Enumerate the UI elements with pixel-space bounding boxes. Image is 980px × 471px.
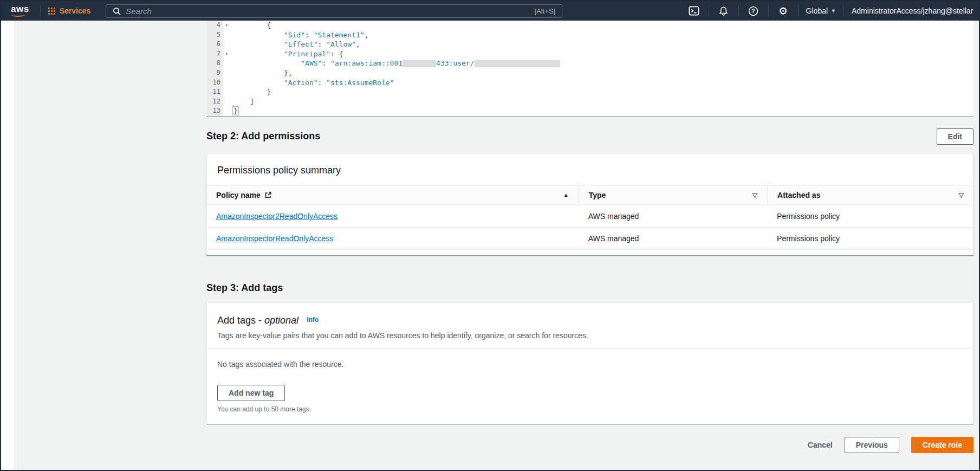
services-grid-icon <box>48 8 55 15</box>
services-menu-button[interactable]: Services <box>48 7 91 15</box>
topbar: aws Services [Alt+S] ? ⚙ Global ▼ Admini… <box>1 1 979 21</box>
info-link[interactable]: Info <box>307 316 319 324</box>
region-selector[interactable]: Global ▼ <box>806 7 836 15</box>
fold-gutter <box>223 30 230 40</box>
sort-ascending-icon[interactable]: ▲ <box>563 192 569 198</box>
code-line[interactable]: 10 "Action": "sts:AssumeRole" <box>206 78 973 88</box>
fold-gutter <box>223 97 230 107</box>
code-text: "AWS": "arn:aws:iam::001433:user/ <box>230 59 560 68</box>
line-number: 8 <box>206 59 223 68</box>
code-text: } <box>230 87 271 97</box>
main-content: 4▾ {5 "Sid": "Statement1",6 "Effect": "A… <box>206 21 973 453</box>
permissions-summary-card: Permissions policy summary Policy name ▲… <box>206 153 973 255</box>
add-tags-card-header: Add tags - optional Info Tags are key-va… <box>206 303 973 349</box>
topbar-divider <box>768 5 769 16</box>
notifications-button[interactable] <box>717 6 731 16</box>
policy-name-column-label: Policy name <box>216 191 261 199</box>
topbar-divider <box>40 5 41 16</box>
line-number: 4 <box>206 21 223 30</box>
add-new-tag-button[interactable]: Add new tag <box>217 385 285 401</box>
code-line[interactable]: 13} <box>206 106 973 116</box>
fold-gutter <box>223 78 230 88</box>
step3-title: Step 3: Add tags <box>206 282 973 294</box>
fold-caret-icon[interactable]: ▾ <box>223 21 230 30</box>
code-line[interactable]: 9 }, <box>206 68 973 78</box>
code-text: { <box>230 21 271 30</box>
line-number: 13 <box>206 106 223 116</box>
step2-title: Step 2: Add permissions <box>206 131 320 142</box>
search-shortcut-hint: [Alt+S] <box>535 7 556 15</box>
code-line[interactable]: 4▾ { <box>206 21 973 30</box>
table-row: AmazonInspectorReadOnlyAccess AWS manage… <box>206 228 973 250</box>
add-tags-title: Add tags - optional Info <box>217 315 963 326</box>
aws-logo[interactable]: aws <box>10 4 33 18</box>
policy-table-header: Policy name ▲ Type ▽ Attached as ▽ <box>206 185 973 205</box>
settings-button[interactable]: ⚙ <box>776 6 790 16</box>
fold-gutter <box>223 106 230 116</box>
line-number: 9 <box>206 68 223 78</box>
code-text: } <box>230 106 239 116</box>
aws-console-page: { "topbar": { "logo_text": "aws", "servi… <box>0 0 980 471</box>
bell-icon <box>718 6 729 16</box>
cloudshell-button[interactable] <box>687 6 701 16</box>
fold-caret-icon[interactable]: ▾ <box>223 49 230 59</box>
add-tags-card: Add tags - optional Info Tags are key-va… <box>206 302 973 424</box>
account-menu[interactable]: AdministratorAccess/jzhang@stellar <box>852 7 979 15</box>
add-tags-description: Tags are key-value pairs that you can ad… <box>217 331 963 340</box>
fold-gutter <box>223 40 230 49</box>
column-header-attached-as[interactable]: Attached as ▽ <box>767 185 973 205</box>
code-line[interactable]: 8 "AWS": "arn:aws:iam::001433:user/ <box>206 59 973 68</box>
table-row: AmazonInspector2ReadOnlyAccess AWS manag… <box>206 205 973 228</box>
collapsed-side-panel <box>1 21 15 470</box>
line-number: 7 <box>206 49 223 59</box>
external-link-icon <box>264 191 272 199</box>
code-line[interactable]: 12 ] <box>206 97 973 107</box>
edit-permissions-button[interactable]: Edit <box>937 128 973 145</box>
code-text: }, <box>230 68 293 78</box>
code-text: "Principal": { <box>230 49 343 59</box>
line-number: 11 <box>206 87 223 97</box>
filter-icon[interactable]: ▽ <box>959 191 964 199</box>
code-line[interactable]: 5 "Sid": "Statement1", <box>206 30 973 40</box>
permissions-card-title: Permissions policy summary <box>206 154 973 185</box>
cloudshell-terminal-icon <box>689 6 699 16</box>
code-line[interactable]: 6 "Effect": "Allow", <box>206 40 973 49</box>
create-role-button[interactable]: Create role <box>911 437 973 453</box>
column-header-policy-name[interactable]: Policy name ▲ <box>206 185 579 205</box>
step2-header-row: Step 2: Add permissions Edit <box>206 128 973 145</box>
code-line[interactable]: 7▾ "Principal": { <box>206 49 973 59</box>
tags-limit-hint: You can add up to 50 more tags. <box>217 405 963 413</box>
column-header-type[interactable]: Type ▽ <box>579 185 767 205</box>
fold-gutter <box>223 87 230 97</box>
no-tags-message: No tags associated with the resource. <box>217 360 963 369</box>
search-box[interactable]: [Alt+S] <box>106 4 562 18</box>
trust-policy-json-editor[interactable]: 4▾ {5 "Sid": "Statement1",6 "Effect": "A… <box>206 21 973 117</box>
code-text: "Sid": "Statement1", <box>230 30 368 40</box>
line-number: 5 <box>206 30 223 40</box>
code-lines: 4▾ {5 "Sid": "Statement1",6 "Effect": "A… <box>206 21 973 116</box>
fold-gutter <box>223 68 230 78</box>
topbar-divider <box>709 5 709 16</box>
help-button[interactable]: ? <box>747 6 761 16</box>
svg-text:?: ? <box>751 8 755 14</box>
aws-smile-swoosh <box>11 12 25 17</box>
line-number: 10 <box>206 78 223 88</box>
cancel-button[interactable]: Cancel <box>808 441 833 449</box>
gear-icon: ⚙ <box>778 6 788 16</box>
policy-link[interactable]: AmazonInspectorReadOnlyAccess <box>216 234 333 243</box>
redacted-text <box>475 60 560 67</box>
attached-as-column-label: Attached as <box>777 191 820 199</box>
line-number: 12 <box>206 97 223 107</box>
code-text: "Effect": "Allow", <box>230 40 360 49</box>
editor-cursor: } <box>232 106 239 115</box>
previous-button[interactable]: Previous <box>845 437 899 453</box>
filter-icon[interactable]: ▽ <box>752 191 757 199</box>
line-number: 6 <box>206 40 223 49</box>
optional-label: optional <box>264 315 298 326</box>
code-line[interactable]: 11 } <box>206 87 973 97</box>
policy-link[interactable]: AmazonInspector2ReadOnlyAccess <box>216 212 338 221</box>
code-text: "Action": "sts:AssumeRole" <box>230 78 394 88</box>
policy-type-cell: AWS managed <box>579 205 767 227</box>
policy-type-cell: AWS managed <box>579 228 767 249</box>
search-input[interactable] <box>126 7 529 16</box>
